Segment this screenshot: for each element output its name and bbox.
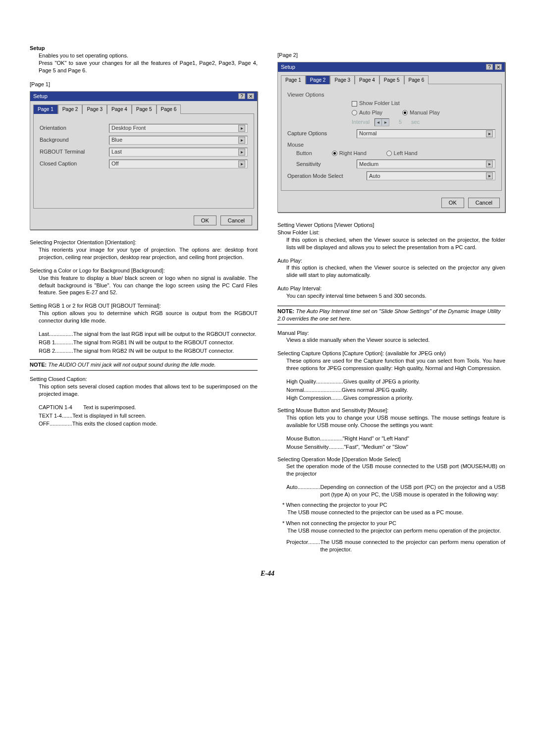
tab-page4[interactable]: Page 4 <box>107 105 132 114</box>
bullet2-heading: * When not connecting the projector to y… <box>282 520 505 527</box>
mouse-section-heading: Setting Mouse Button and Sensitivity [Mo… <box>277 407 505 414</box>
rgb2-term: RGB 2 <box>39 347 55 355</box>
opmode-text: Set the operation mode of the USB mouse … <box>277 463 505 478</box>
tab-page3[interactable]: Page 3 <box>330 75 355 85</box>
rgb-last-term: Last <box>39 330 49 338</box>
cc-text-def: Text is displayed in full screen. <box>72 412 258 420</box>
help-icon[interactable]: ? <box>486 64 493 70</box>
cancel-button[interactable]: Cancel <box>220 216 252 226</box>
sensitivity-select[interactable]: Medium▸ <box>357 160 495 168</box>
mb-def: "Right Hand" or "Left Hand" <box>343 435 505 442</box>
show-folder-checkbox[interactable] <box>352 101 357 107</box>
orientation-select[interactable]: Desktop Front▸ <box>109 124 248 133</box>
chevron-right-icon: ▸ <box>486 161 493 167</box>
opmode-label: Operation Mode Select <box>287 172 367 180</box>
capture-options-select[interactable]: Normal▸ <box>357 129 495 138</box>
show-folder-label: Show Folder List <box>359 100 400 106</box>
capture-text: These options are used for the Capture f… <box>277 357 505 372</box>
projector-def: The USB mouse connected to the projector… <box>320 539 505 553</box>
rgb2-def: The signal from RGB2 IN will be output t… <box>73 347 258 355</box>
chevron-right-icon: ▸ <box>238 137 245 144</box>
rgbout-text: This option allows you to determine whic… <box>30 310 258 324</box>
rgb-last-def: The signal from the last RGB input will … <box>73 330 258 338</box>
bullet1-heading: * When connecting the projector to your … <box>282 501 505 509</box>
manualplay-label: Manual Play <box>410 109 440 115</box>
lefthand-radio[interactable] <box>386 151 392 156</box>
tab-page2[interactable]: Page 2 <box>58 105 83 114</box>
tab-page5[interactable]: Page 5 <box>132 105 157 114</box>
closedcaption-select[interactable]: Off▸ <box>109 160 248 168</box>
tab-page2[interactable]: Page 2 <box>306 75 330 85</box>
autoplay-label: Auto Play <box>359 109 382 115</box>
help-icon[interactable]: ? <box>238 93 245 99</box>
chevron-right-icon: ▸ <box>486 172 493 179</box>
ok-button[interactable]: OK <box>194 216 216 226</box>
left-column: Setup Enables you to set operating optio… <box>30 45 258 554</box>
dialog1-body: Orientation Desktop Front▸ Background Bl… <box>33 113 254 209</box>
hq-def: Gives quality of JPEG a priority. <box>343 378 505 385</box>
ms-term: Mouse Sensitivity <box>286 443 329 451</box>
dialog2-tabs: Page 1 Page 2 Page 3 Page 4 Page 5 Page … <box>278 72 505 84</box>
manualplay-radio[interactable] <box>402 110 408 115</box>
background-select[interactable]: Blue▸ <box>109 136 248 145</box>
dialog2-titlebar: Setup ? ✕ <box>278 62 505 72</box>
righthand-label: Right Hand <box>339 150 367 156</box>
setup-heading: Setup <box>30 45 258 52</box>
cc-text: This option sets several closed caption … <box>30 383 258 398</box>
chevron-right-icon: ▸ <box>238 161 245 167</box>
setup-dialog-page1: Setup ? ✕ Page 1 Page 2 Page 3 Page 4 Pa… <box>30 91 258 230</box>
manualplay-heading: Manual Play: <box>277 329 505 337</box>
background-label: Background <box>40 136 109 144</box>
rgbout-select[interactable]: Last▸ <box>109 148 248 157</box>
mouse-button-label: Button <box>296 150 312 157</box>
auto-term: Auto <box>286 484 298 498</box>
chevron-right-icon: ▸ <box>486 130 493 137</box>
background-heading: Selecting a Color or Logo for Background… <box>30 267 258 274</box>
autoplay-radio[interactable] <box>352 110 357 115</box>
ok-button[interactable]: OK <box>441 198 464 208</box>
mouse-section-text: This option lets you to change your USB … <box>277 414 505 429</box>
cc-text-term: TEXT 1-4 <box>39 412 62 420</box>
interval-value: 5 <box>394 118 406 126</box>
setup-line1: Enables you to set operating options. <box>30 52 258 59</box>
cc-heading: Setting Closed Caption: <box>30 376 258 383</box>
tab-page4[interactable]: Page 4 <box>355 75 379 85</box>
close-icon[interactable]: ✕ <box>247 93 254 99</box>
mouse-heading: Mouse <box>287 141 495 149</box>
orientation-label: Orientation <box>40 124 109 132</box>
auto-def: Depending on connection of the USB port … <box>320 484 505 498</box>
note-autoplay: NOTE: The Auto Play Interval time set on… <box>277 306 505 324</box>
interval-label: Interval <box>352 118 370 126</box>
tab-page6[interactable]: Page 6 <box>157 105 181 114</box>
dialog2-title: Setup <box>281 63 295 71</box>
dialog1-titlebar: Setup ? ✕ <box>30 92 257 101</box>
manualplay-text: Views a slide manually when the Viewer s… <box>277 336 505 344</box>
dialog1-title: Setup <box>33 93 48 100</box>
cc-caption-term: CAPTION 1-4 <box>39 404 83 411</box>
projector-term: Projector <box>286 539 308 553</box>
autoplay-interval-heading: Auto Play Interval: <box>277 285 505 292</box>
cc-caption-def: Text is superimposed. <box>83 404 258 411</box>
note-audio: NOTE: The AUDIO OUT mini jack will not o… <box>30 359 258 371</box>
opmode-select[interactable]: Auto▸ <box>367 171 495 180</box>
hc-term: High Compression <box>286 394 331 402</box>
tab-page6[interactable]: Page 6 <box>404 75 429 85</box>
orientation-heading: Selecting Projector Orientation [Orienta… <box>30 239 258 246</box>
close-icon[interactable]: ✕ <box>495 64 502 70</box>
interval-spinner[interactable]: ◂▸ <box>374 118 389 126</box>
page-number: E-44 <box>30 569 505 579</box>
tab-page3[interactable]: Page 3 <box>82 105 107 114</box>
cc-off-term: OFF <box>39 420 50 428</box>
mb-term: Mouse Button <box>286 435 320 442</box>
righthand-radio[interactable] <box>332 151 337 156</box>
hc-def: Gives compression a priority. <box>343 394 505 402</box>
autoplay-text: If this option is checked, when the View… <box>277 264 505 279</box>
ms-def: "Fast", "Medium" or "Slow" <box>344 443 505 451</box>
tab-page5[interactable]: Page 5 <box>379 75 404 85</box>
cancel-button[interactable]: Cancel <box>468 198 500 208</box>
tab-page1[interactable]: Page 1 <box>281 75 306 85</box>
tab-page1[interactable]: Page 1 <box>33 105 58 114</box>
rgbout-heading: Setting RGB 1 or 2 for RGB OUT [RGBOUT T… <box>30 302 258 310</box>
normal-def: Gives normal JPEG quality. <box>342 386 505 394</box>
chevron-right-icon: ▸ <box>238 149 245 156</box>
